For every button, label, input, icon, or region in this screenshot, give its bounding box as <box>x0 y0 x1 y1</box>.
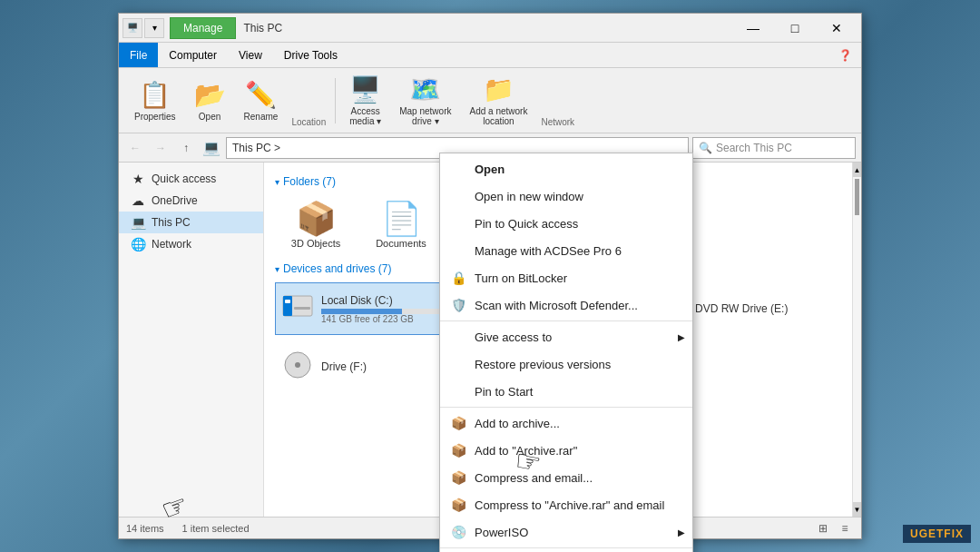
menu-view[interactable]: View <box>228 43 273 67</box>
sidebar-item-this-pc[interactable]: 💻 This PC <box>119 212 263 233</box>
ctx-pin-start[interactable]: Pin to Start <box>440 378 692 405</box>
quick-access-toolbar[interactable]: 🖥️ <box>122 18 142 38</box>
drive-c-free: 141 GB free of 223 GB <box>321 314 450 324</box>
folder-docs-icon: 📄 <box>381 200 422 238</box>
scroll-track[interactable] <box>853 177 861 502</box>
help-button[interactable]: ❓ <box>829 45 861 65</box>
drive-c-name: Local Disk (C:) <box>321 294 450 307</box>
ctx-sep-2 <box>440 407 692 408</box>
ctx-pin-quick-label: Pin to Quick access <box>475 217 578 231</box>
drive-c-icon <box>281 289 314 329</box>
ctx-add-archive[interactable]: 📦 Add to archive... <box>440 409 692 437</box>
scroll-down-btn[interactable]: ▼ <box>853 502 861 517</box>
watermark-text-white: UGET <box>910 527 944 540</box>
scroll-thumb[interactable] <box>855 179 859 215</box>
selected-count: 1 item selected <box>182 523 250 534</box>
ctx-poweriso-icon: 💿 <box>449 523 467 541</box>
sidebar-item-network[interactable]: 🌐 Network <box>119 233 263 255</box>
window-title: This PC <box>243 22 732 34</box>
ctx-manage-acdsee[interactable]: Manage with ACDSee Pro 6 <box>440 237 692 264</box>
location-label: Location <box>288 117 329 127</box>
ctx-add-archive-rar[interactable]: 📦 Add to "Archive.rar" <box>440 437 692 464</box>
manage-tab[interactable]: Manage <box>170 17 236 39</box>
watermark-text-orange: FIX <box>944 527 964 540</box>
access-media-icon: 🖥️ <box>349 74 381 104</box>
ctx-poweriso-label: PowerISO <box>475 526 528 539</box>
ctx-give-access-icon <box>449 328 467 346</box>
up-button[interactable]: ↑ <box>175 137 197 159</box>
menu-drive-tools[interactable]: Drive Tools <box>273 43 348 67</box>
ctx-archive-icon: 📦 <box>449 414 467 432</box>
ctx-compress-rar-label: Compress to "Archive.rar" and email <box>475 498 664 512</box>
network-nav-icon: 🌐 <box>130 237 146 251</box>
folder-documents[interactable]: 📄 Documents <box>360 195 442 253</box>
details-view-btn[interactable]: ≡ <box>836 519 854 537</box>
toolbar-properties[interactable]: 📋 Properties <box>126 72 184 130</box>
large-icons-view-btn[interactable]: ⊞ <box>814 519 832 537</box>
ctx-restore-versions[interactable]: Restore previous versions <box>440 350 692 378</box>
ctx-defender-icon: 🛡️ <box>449 296 467 314</box>
scroll-up-btn[interactable]: ▲ <box>853 163 861 177</box>
computer-nav-icon: 💻 <box>202 139 220 156</box>
ctx-give-access[interactable]: Give access to ▶ <box>440 323 692 350</box>
sidebar-item-quick-access[interactable]: ★ Quick access <box>119 168 263 190</box>
ctx-pin-quick[interactable]: Pin to Quick access <box>440 210 692 237</box>
ctx-bitlocker[interactable]: 🔒 Turn on BitLocker <box>440 264 692 291</box>
properties-icon: 📋 <box>139 80 171 110</box>
drive-c[interactable]: Local Disk (C:) 141 GB free of 223 GB <box>275 282 456 335</box>
folder-3d-objects[interactable]: 📦 3D Objects <box>275 195 357 253</box>
ctx-pin-quick-icon <box>449 214 467 232</box>
minimize-button[interactable]: — <box>732 14 774 43</box>
svg-rect-1 <box>283 296 292 316</box>
right-scrollbar[interactable]: ▲ ▼ <box>852 163 861 517</box>
titlebar-left: 🖥️ ▾ <box>122 18 164 38</box>
toolbar-add-location[interactable]: 📁 Add a networklocation <box>461 72 535 130</box>
ctx-open-label: Open <box>475 163 505 176</box>
drive-f-icon <box>281 347 314 387</box>
this-pc-icon: 💻 <box>130 215 146 230</box>
ctx-defender[interactable]: 🛡️ Scan with Microsoft Defender... <box>440 291 692 319</box>
back-button[interactable]: ← <box>124 137 146 159</box>
folders-header-text: Folders (7) <box>283 175 336 188</box>
svg-point-12 <box>295 362 300 368</box>
ctx-open-new-icon <box>449 187 467 205</box>
forward-button[interactable]: → <box>150 137 172 159</box>
ctx-open-new-window[interactable]: Open in new window <box>440 182 692 210</box>
toolbar-open[interactable]: 📂 Open <box>186 72 234 130</box>
toolbar-map-network[interactable]: 🗺️ Map networkdrive ▾ <box>391 72 459 130</box>
ribbon-tabs: Manage <box>170 17 236 39</box>
svg-rect-3 <box>294 307 310 310</box>
ctx-defender-label: Scan with Microsoft Defender... <box>475 299 638 312</box>
window-controls: — □ ✕ <box>732 14 858 43</box>
ctx-sep-1 <box>440 320 692 321</box>
ctx-open[interactable]: Open <box>440 155 692 182</box>
sidebar-label-network: Network <box>152 238 191 251</box>
toolbar-access-media[interactable]: 🖥️ Accessmedia ▾ <box>341 72 389 130</box>
menubar: File Computer View Drive Tools ❓ <box>119 43 861 68</box>
window-icon: 🖥️ <box>127 23 138 33</box>
toolbar-sep-1 <box>335 78 336 123</box>
access-media-label: Accessmedia ▾ <box>349 106 381 126</box>
drive-f-info: Drive (F:) <box>321 360 450 373</box>
close-button[interactable]: ✕ <box>816 14 858 43</box>
ctx-poweriso[interactable]: 💿 PowerISO ▶ <box>440 518 692 546</box>
customize-toolbar-btn[interactable]: ▾ <box>144 18 164 38</box>
menu-file[interactable]: File <box>119 43 158 67</box>
drive-f[interactable]: Drive (F:) <box>275 340 456 393</box>
search-icon: 🔍 <box>699 142 712 154</box>
ctx-sep-3 <box>440 547 692 548</box>
ctx-compress-rar-email[interactable]: 📦 Compress to "Archive.rar" and email <box>440 491 692 518</box>
open-icon: 📂 <box>194 80 226 110</box>
menu-computer[interactable]: Computer <box>158 43 228 67</box>
quick-access-icon: ★ <box>130 172 146 186</box>
add-location-icon: 📁 <box>483 74 514 104</box>
toolbar-rename[interactable]: ✏️ Rename <box>236 72 287 130</box>
properties-label: Properties <box>134 112 176 122</box>
drives-header-text: Devices and drives (7) <box>283 262 391 275</box>
ctx-pin-start-label: Pin to Start <box>475 385 533 399</box>
sidebar-item-onedrive[interactable]: ☁ OneDrive <box>119 190 263 212</box>
ctx-compress-icon: 📦 <box>449 468 467 487</box>
ctx-compress-email[interactable]: 📦 Compress and email... <box>440 464 692 491</box>
maximize-button[interactable]: □ <box>774 14 816 43</box>
search-box[interactable]: 🔍 Search This PC <box>692 137 856 159</box>
